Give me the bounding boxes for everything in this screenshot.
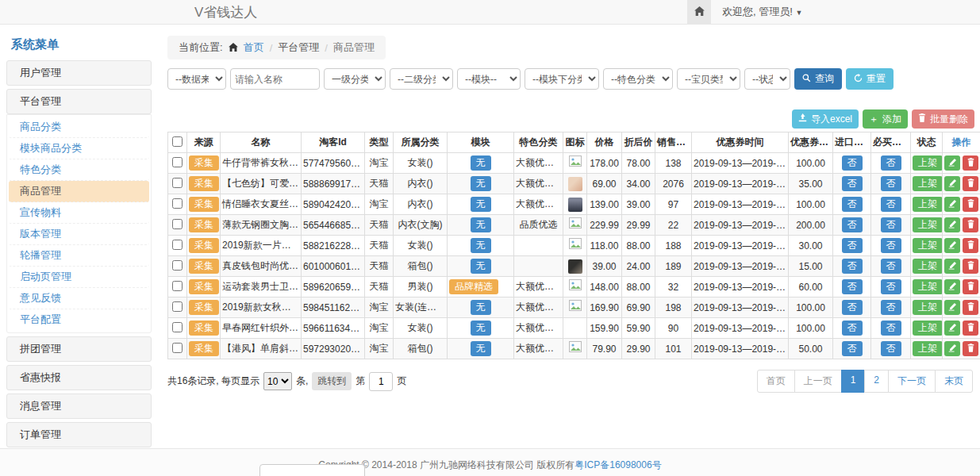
must-buy-toggle[interactable]: 否 bbox=[881, 341, 901, 356]
user-menu[interactable]: 欢迎您, 管理员! ▼ bbox=[722, 5, 802, 19]
status-badge[interactable]: 上架 bbox=[913, 300, 943, 315]
import-pick-toggle[interactable]: 否 bbox=[842, 176, 863, 191]
sidebar-subitem-启动页管理[interactable]: 启动页管理 bbox=[9, 267, 149, 288]
sidebar-subitem-特色分类[interactable]: 特色分类 bbox=[9, 159, 149, 181]
status-badge[interactable]: 上架 bbox=[913, 279, 943, 294]
status-badge[interactable]: 上架 bbox=[913, 259, 943, 274]
delete-button[interactable] bbox=[963, 155, 978, 171]
import-pick-toggle[interactable]: 否 bbox=[842, 155, 863, 171]
sidebar-item-用户管理[interactable]: 用户管理 bbox=[6, 60, 152, 86]
sidebar-subitem-轮播管理[interactable]: 轮播管理 bbox=[9, 245, 149, 267]
module-none-badge[interactable]: 无 bbox=[471, 341, 491, 356]
edit-button[interactable] bbox=[944, 341, 960, 356]
batch-delete-button[interactable]: 批量删除 bbox=[912, 109, 974, 129]
delete-button[interactable] bbox=[963, 217, 978, 232]
must-buy-toggle[interactable]: 否 bbox=[881, 238, 901, 253]
must-buy-toggle[interactable]: 否 bbox=[881, 176, 901, 191]
delete-button[interactable] bbox=[963, 176, 978, 191]
import-excel-button[interactable]: 导入excel bbox=[792, 109, 859, 129]
edit-button[interactable] bbox=[944, 279, 960, 294]
status-badge[interactable]: 上架 bbox=[913, 217, 943, 232]
status-badge[interactable]: 上架 bbox=[913, 176, 943, 191]
select-all-checkbox[interactable] bbox=[172, 136, 183, 147]
sidebar-subitem-平台配置[interactable]: 平台配置 bbox=[9, 309, 149, 330]
must-buy-toggle[interactable]: 否 bbox=[881, 279, 901, 294]
delete-button[interactable] bbox=[963, 341, 978, 356]
must-buy-toggle[interactable]: 否 bbox=[881, 217, 901, 232]
row-checkbox[interactable] bbox=[172, 157, 183, 167]
query-button[interactable]: 查询 bbox=[794, 68, 842, 90]
delete-button[interactable] bbox=[963, 238, 978, 253]
pager-button-末页[interactable]: 末页 bbox=[935, 370, 973, 393]
status-badge[interactable]: 上架 bbox=[913, 341, 943, 356]
must-buy-toggle[interactable]: 否 bbox=[881, 155, 901, 171]
must-buy-toggle[interactable]: 否 bbox=[881, 197, 901, 212]
sidebar-subitem-版本管理[interactable]: 版本管理 bbox=[9, 224, 149, 245]
level2-category-select[interactable]: --二级分类-- bbox=[390, 68, 453, 90]
edit-button[interactable] bbox=[944, 238, 960, 253]
module-none-badge[interactable]: 无 bbox=[471, 321, 491, 336]
row-checkbox[interactable] bbox=[172, 301, 183, 312]
delete-button[interactable] bbox=[963, 279, 978, 294]
import-pick-toggle[interactable]: 否 bbox=[842, 300, 863, 315]
status-badge[interactable]: 上架 bbox=[913, 155, 943, 171]
row-checkbox[interactable] bbox=[172, 178, 183, 188]
module-none-badge[interactable]: 无 bbox=[471, 176, 491, 191]
sidebar-subitem-宣传物料[interactable]: 宣传物料 bbox=[9, 202, 149, 224]
status-select[interactable]: --状态-- bbox=[744, 68, 790, 90]
icp-link[interactable]: 粤ICP备16098006号 bbox=[575, 459, 661, 470]
module-none-badge[interactable]: 无 bbox=[471, 259, 491, 274]
sidebar-subitem-意见反馈[interactable]: 意见反馈 bbox=[9, 288, 149, 309]
module-none-badge[interactable]: 无 bbox=[471, 197, 491, 212]
delete-button[interactable] bbox=[963, 300, 978, 315]
per-page-select[interactable]: 10 bbox=[263, 372, 292, 390]
jump-button[interactable]: 跳转到 bbox=[312, 372, 352, 390]
delete-button[interactable] bbox=[963, 259, 978, 274]
import-pick-toggle[interactable]: 否 bbox=[842, 197, 863, 212]
import-pick-toggle[interactable]: 否 bbox=[842, 279, 863, 294]
pager-button-1[interactable]: 1 bbox=[841, 370, 866, 393]
item-type-select[interactable]: --宝贝类型-- bbox=[677, 68, 740, 90]
module-none-badge[interactable]: 无 bbox=[471, 217, 491, 232]
edit-button[interactable] bbox=[944, 321, 960, 336]
sidebar-subitem-商品管理[interactable]: 商品管理 bbox=[9, 181, 149, 202]
add-button[interactable]: ＋ 添加 bbox=[863, 109, 908, 129]
row-checkbox[interactable] bbox=[172, 322, 183, 332]
row-checkbox[interactable] bbox=[172, 240, 183, 250]
sidebar-subitem-模块商品分类[interactable]: 模块商品分类 bbox=[9, 138, 149, 159]
feature-category-select[interactable]: --特色分类-- bbox=[603, 68, 673, 90]
row-checkbox[interactable] bbox=[172, 260, 183, 271]
status-badge[interactable]: 上架 bbox=[913, 321, 943, 336]
row-checkbox[interactable] bbox=[172, 198, 183, 209]
sidebar-item-平台管理[interactable]: 平台管理 bbox=[6, 89, 152, 114]
sidebar-item-拼团管理[interactable]: 拼团管理 bbox=[6, 336, 152, 362]
edit-button[interactable] bbox=[944, 176, 960, 191]
must-buy-toggle[interactable]: 否 bbox=[881, 300, 901, 315]
pager-button-2[interactable]: 2 bbox=[864, 370, 889, 393]
module-none-badge[interactable]: 无 bbox=[471, 300, 491, 315]
pager-button-下一页[interactable]: 下一页 bbox=[888, 370, 936, 393]
breadcrumb-home-link[interactable]: 首页 bbox=[244, 40, 264, 55]
level1-category-select[interactable]: 一级分类 bbox=[324, 68, 386, 90]
name-search-input[interactable] bbox=[230, 68, 320, 90]
module-subcategory-select[interactable]: --模块下分类-- bbox=[525, 68, 599, 90]
row-checkbox[interactable] bbox=[172, 281, 183, 291]
row-checkbox[interactable] bbox=[172, 343, 183, 353]
sidebar-subitem-商品分类[interactable]: 商品分类 bbox=[9, 117, 149, 138]
status-badge[interactable]: 上架 bbox=[913, 238, 943, 253]
module-none-badge[interactable]: 无 bbox=[471, 238, 491, 253]
edit-button[interactable] bbox=[944, 197, 960, 212]
import-pick-toggle[interactable]: 否 bbox=[842, 341, 863, 356]
import-pick-toggle[interactable]: 否 bbox=[842, 238, 863, 253]
delete-button[interactable] bbox=[963, 197, 978, 212]
sidebar-item-订单管理[interactable]: 订单管理 bbox=[6, 422, 152, 447]
sidebar-item-消息管理[interactable]: 消息管理 bbox=[6, 393, 152, 419]
import-pick-toggle[interactable]: 否 bbox=[842, 259, 863, 274]
must-buy-toggle[interactable]: 否 bbox=[881, 259, 901, 274]
status-badge[interactable]: 上架 bbox=[913, 197, 943, 212]
edit-button[interactable] bbox=[944, 217, 960, 232]
edit-button[interactable] bbox=[944, 259, 960, 274]
edit-button[interactable] bbox=[944, 300, 960, 315]
delete-button[interactable] bbox=[963, 321, 978, 336]
module-select[interactable]: --模块-- bbox=[457, 68, 521, 90]
